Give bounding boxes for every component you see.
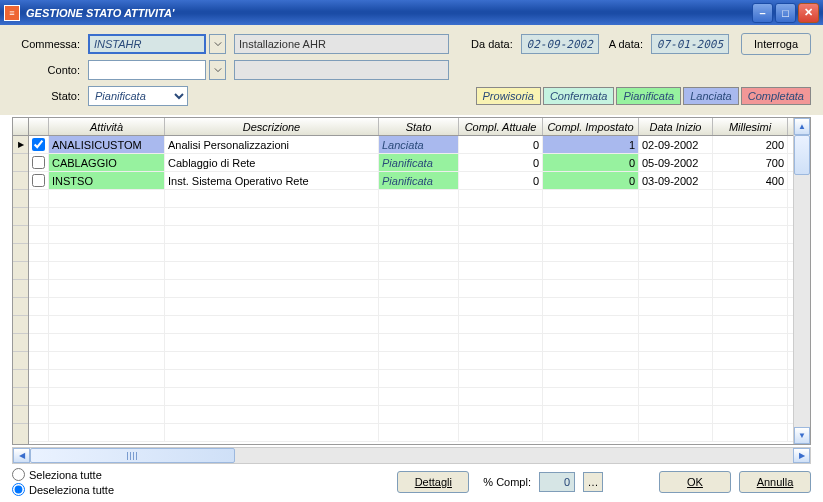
- radio-deseleziona-tutte[interactable]: Deseleziona tutte: [12, 483, 114, 496]
- conto-code-input[interactable]: [88, 60, 206, 80]
- legend-completata: Completata: [741, 87, 811, 105]
- cell-compl-attuale: 0: [459, 136, 543, 153]
- scroll-up-button[interactable]: ▲: [794, 118, 810, 135]
- row-checkbox[interactable]: [29, 172, 49, 189]
- table-header: Attività Descrizione Stato Compl. Attual…: [29, 118, 793, 136]
- status-legend: Prowisoria Confermata Pianificata Lancia…: [476, 87, 811, 105]
- cell-compl-attuale: 0: [459, 154, 543, 171]
- window-title: GESTIONE STATO ATTIVITA': [26, 7, 752, 19]
- cell-data-inizio: 05-09-2002: [639, 154, 713, 171]
- cell-compl-impostato: 0: [543, 154, 639, 171]
- scroll-down-button[interactable]: ▼: [794, 427, 810, 444]
- row-selector[interactable]: [13, 136, 28, 154]
- percent-extra-button[interactable]: …: [583, 472, 603, 492]
- cell-millesimi: 200: [713, 136, 788, 153]
- label-stato: Stato:: [12, 90, 84, 102]
- scroll-right-button[interactable]: ▶: [793, 448, 810, 463]
- stato-select[interactable]: Pianificata: [88, 86, 188, 106]
- label-da-data: Da data:: [471, 38, 517, 50]
- label-commessa: Commessa:: [12, 38, 84, 50]
- conto-desc-input: [234, 60, 449, 80]
- scroll-thumb[interactable]: [794, 135, 810, 175]
- cell-stato: Lanciata: [379, 136, 459, 153]
- cell-attivita: ANALISICUSTOM: [49, 136, 165, 153]
- maximize-button[interactable]: □: [775, 3, 796, 23]
- cell-descrizione: Analisi Personalizzazioni: [165, 136, 379, 153]
- activities-table: Attività Descrizione Stato Compl. Attual…: [12, 117, 811, 445]
- row-headers: [13, 118, 29, 444]
- radio-seleziona-tutte[interactable]: Seleziona tutte: [12, 468, 114, 481]
- a-data-input[interactable]: [651, 34, 729, 54]
- conto-lookup-button[interactable]: [209, 60, 226, 80]
- cell-descrizione: Inst. Sistema Operativo Rete: [165, 172, 379, 189]
- cell-descrizione: Cablaggio di Rete: [165, 154, 379, 171]
- cell-stato: Pianificata: [379, 172, 459, 189]
- percent-compl-input[interactable]: [539, 472, 575, 492]
- cell-data-inizio: 02-09-2002: [639, 136, 713, 153]
- cell-compl-impostato: 0: [543, 172, 639, 189]
- cell-compl-attuale: 0: [459, 172, 543, 189]
- table-row[interactable]: ANALISICUSTOMAnalisi PersonalizzazioniLa…: [29, 136, 793, 154]
- ok-button[interactable]: OK: [659, 471, 731, 493]
- commessa-desc-input: [234, 34, 449, 54]
- app-icon: ≡: [4, 5, 20, 21]
- row-selector[interactable]: [13, 154, 28, 172]
- col-compl-attuale[interactable]: Compl. Attuale: [459, 118, 543, 135]
- label-conto: Conto:: [12, 64, 84, 76]
- vertical-scrollbar[interactable]: ▲ ▼: [793, 118, 810, 444]
- col-compl-impostato[interactable]: Compl. Impostato: [543, 118, 639, 135]
- row-checkbox[interactable]: [29, 136, 49, 153]
- commessa-code-input[interactable]: [88, 34, 206, 54]
- commessa-lookup-button[interactable]: [209, 34, 226, 54]
- col-stato[interactable]: Stato: [379, 118, 459, 135]
- table-body: ANALISICUSTOMAnalisi PersonalizzazioniLa…: [29, 136, 793, 444]
- form-area: Commessa: Da data: A data: Interroga Con…: [0, 25, 823, 115]
- cell-stato: Pianificata: [379, 154, 459, 171]
- col-descrizione[interactable]: Descrizione: [165, 118, 379, 135]
- hscroll-thumb[interactable]: [30, 448, 235, 463]
- table-row[interactable]: INSTSOInst. Sistema Operativo RetePianif…: [29, 172, 793, 190]
- table-row[interactable]: CABLAGGIOCablaggio di RetePianificata000…: [29, 154, 793, 172]
- cell-millesimi: 400: [713, 172, 788, 189]
- row-selector[interactable]: [13, 172, 28, 190]
- cell-data-inizio: 03-09-2002: [639, 172, 713, 189]
- titlebar: ≡ GESTIONE STATO ATTIVITA' – □ ✕: [0, 0, 823, 25]
- cell-attivita: INSTSO: [49, 172, 165, 189]
- cell-attivita: CABLAGGIO: [49, 154, 165, 171]
- annulla-button[interactable]: Annulla: [739, 471, 811, 493]
- legend-lanciata: Lanciata: [683, 87, 739, 105]
- legend-provvisoria: Prowisoria: [476, 87, 541, 105]
- interroga-button[interactable]: Interroga: [741, 33, 811, 55]
- legend-confermata: Confermata: [543, 87, 614, 105]
- row-checkbox[interactable]: [29, 154, 49, 171]
- dettagli-button[interactable]: Dettagli: [397, 471, 469, 493]
- selection-radio-group: Seleziona tutte Deseleziona tutte: [12, 468, 114, 496]
- footer: Seleziona tutte Deseleziona tutte Dettag…: [12, 468, 811, 496]
- label-percent-compl: % Compl:: [483, 476, 531, 488]
- col-data-inizio[interactable]: Data Inizio: [639, 118, 713, 135]
- window-buttons: – □ ✕: [752, 3, 819, 23]
- col-millesimi[interactable]: Millesimi: [713, 118, 788, 135]
- cell-compl-impostato: 1: [543, 136, 639, 153]
- label-a-data: A data:: [609, 38, 647, 50]
- legend-pianificata: Pianificata: [616, 87, 681, 105]
- minimize-button[interactable]: –: [752, 3, 773, 23]
- scroll-left-button[interactable]: ◀: [13, 448, 30, 463]
- cell-millesimi: 700: [713, 154, 788, 171]
- horizontal-scrollbar[interactable]: ◀ ▶: [12, 447, 811, 464]
- da-data-input[interactable]: [521, 34, 599, 54]
- close-button[interactable]: ✕: [798, 3, 819, 23]
- col-attivita[interactable]: Attività: [49, 118, 165, 135]
